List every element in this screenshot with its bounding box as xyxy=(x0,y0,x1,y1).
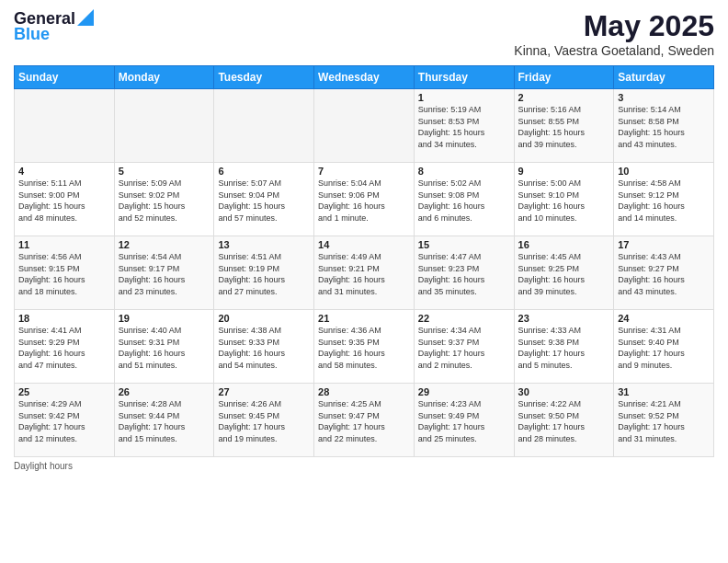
day-number: 25 xyxy=(18,386,110,397)
day-info: Sunrise: 5:16 AM Sunset: 8:55 PM Dayligh… xyxy=(518,104,610,150)
day-number: 4 xyxy=(18,166,110,177)
footer-note: Daylight hours xyxy=(14,461,714,471)
calendar-cell-w1-d1 xyxy=(15,89,115,163)
day-info: Sunrise: 5:19 AM Sunset: 8:53 PM Dayligh… xyxy=(418,104,510,150)
header: General Blue May 2025 Kinna, Vaestra Goe… xyxy=(14,9,714,58)
day-number: 26 xyxy=(119,386,210,397)
calendar-cell-w1-d2 xyxy=(114,89,214,163)
calendar-cell-w2-d7: 10Sunrise: 4:58 AM Sunset: 9:12 PM Dayli… xyxy=(614,163,714,236)
day-number: 22 xyxy=(418,313,510,324)
day-info: Sunrise: 4:28 AM Sunset: 9:44 PM Dayligh… xyxy=(119,398,210,444)
calendar-cell-w5-d4: 28Sunrise: 4:25 AM Sunset: 9:47 PM Dayli… xyxy=(314,384,415,457)
calendar-cell-w1-d3 xyxy=(214,89,314,163)
day-number: 17 xyxy=(618,239,710,250)
day-info: Sunrise: 5:07 AM Sunset: 9:04 PM Dayligh… xyxy=(218,178,310,224)
day-info: Sunrise: 4:45 AM Sunset: 9:25 PM Dayligh… xyxy=(518,251,610,297)
calendar-cell-w3-d4: 14Sunrise: 4:49 AM Sunset: 9:21 PM Dayli… xyxy=(314,236,415,310)
week-row-1: 1Sunrise: 5:19 AM Sunset: 8:53 PM Daylig… xyxy=(15,89,714,163)
calendar-cell-w4-d5: 22Sunrise: 4:34 AM Sunset: 9:37 PM Dayli… xyxy=(414,310,514,384)
day-number: 19 xyxy=(119,313,210,324)
calendar-cell-w4-d7: 24Sunrise: 4:31 AM Sunset: 9:40 PM Dayli… xyxy=(614,310,714,384)
day-number: 30 xyxy=(518,386,610,397)
calendar-header-row: SundayMondayTuesdayWednesdayThursdayFrid… xyxy=(15,66,714,89)
day-number: 16 xyxy=(518,239,610,250)
svg-marker-0 xyxy=(77,9,94,26)
calendar-cell-w1-d6: 2Sunrise: 5:16 AM Sunset: 8:55 PM Daylig… xyxy=(514,89,614,163)
title-block: May 2025 Kinna, Vaestra Goetaland, Swede… xyxy=(514,9,714,58)
calendar-cell-w4-d6: 23Sunrise: 4:33 AM Sunset: 9:38 PM Dayli… xyxy=(514,310,614,384)
header-day-thursday: Thursday xyxy=(414,66,514,89)
calendar-cell-w5-d3: 27Sunrise: 4:26 AM Sunset: 9:45 PM Dayli… xyxy=(214,384,314,457)
day-info: Sunrise: 4:33 AM Sunset: 9:38 PM Dayligh… xyxy=(518,325,610,371)
day-number: 6 xyxy=(218,166,310,177)
day-number: 21 xyxy=(318,313,410,324)
logo: General Blue xyxy=(14,9,94,44)
day-info: Sunrise: 4:40 AM Sunset: 9:31 PM Dayligh… xyxy=(119,325,210,371)
day-info: Sunrise: 4:49 AM Sunset: 9:21 PM Dayligh… xyxy=(318,251,410,297)
day-number: 5 xyxy=(119,166,210,177)
day-info: Sunrise: 4:58 AM Sunset: 9:12 PM Dayligh… xyxy=(618,178,710,224)
day-number: 13 xyxy=(218,239,310,250)
day-number: 15 xyxy=(418,239,510,250)
subtitle: Kinna, Vaestra Goetaland, Sweden xyxy=(514,43,714,58)
calendar-cell-w2-d5: 8Sunrise: 5:02 AM Sunset: 9:08 PM Daylig… xyxy=(414,163,514,236)
day-number: 14 xyxy=(318,239,410,250)
day-info: Sunrise: 4:43 AM Sunset: 9:27 PM Dayligh… xyxy=(618,251,710,297)
day-number: 1 xyxy=(418,92,510,103)
calendar-table: SundayMondayTuesdayWednesdayThursdayFrid… xyxy=(14,65,714,457)
header-day-wednesday: Wednesday xyxy=(314,66,415,89)
day-number: 28 xyxy=(318,386,410,397)
header-day-monday: Monday xyxy=(114,66,214,89)
week-row-5: 25Sunrise: 4:29 AM Sunset: 9:42 PM Dayli… xyxy=(15,384,714,457)
day-info: Sunrise: 4:41 AM Sunset: 9:29 PM Dayligh… xyxy=(18,325,110,371)
calendar-cell-w5-d6: 30Sunrise: 4:22 AM Sunset: 9:50 PM Dayli… xyxy=(514,384,614,457)
calendar-cell-w3-d6: 16Sunrise: 4:45 AM Sunset: 9:25 PM Dayli… xyxy=(514,236,614,310)
day-info: Sunrise: 5:09 AM Sunset: 9:02 PM Dayligh… xyxy=(119,178,210,224)
day-info: Sunrise: 5:04 AM Sunset: 9:06 PM Dayligh… xyxy=(318,178,410,224)
day-info: Sunrise: 4:23 AM Sunset: 9:49 PM Dayligh… xyxy=(418,398,510,444)
day-info: Sunrise: 4:29 AM Sunset: 9:42 PM Dayligh… xyxy=(18,398,110,444)
calendar-cell-w2-d3: 6Sunrise: 5:07 AM Sunset: 9:04 PM Daylig… xyxy=(214,163,314,236)
day-number: 29 xyxy=(418,386,510,397)
day-info: Sunrise: 5:11 AM Sunset: 9:00 PM Dayligh… xyxy=(18,178,110,224)
calendar-cell-w2-d6: 9Sunrise: 5:00 AM Sunset: 9:10 PM Daylig… xyxy=(514,163,614,236)
calendar-cell-w4-d3: 20Sunrise: 4:38 AM Sunset: 9:33 PM Dayli… xyxy=(214,310,314,384)
page: General Blue May 2025 Kinna, Vaestra Goe… xyxy=(0,0,728,563)
calendar-cell-w1-d5: 1Sunrise: 5:19 AM Sunset: 8:53 PM Daylig… xyxy=(414,89,514,163)
calendar-cell-w4-d2: 19Sunrise: 4:40 AM Sunset: 9:31 PM Dayli… xyxy=(114,310,214,384)
calendar-cell-w5-d2: 26Sunrise: 4:28 AM Sunset: 9:44 PM Dayli… xyxy=(114,384,214,457)
day-number: 8 xyxy=(418,166,510,177)
calendar-cell-w3-d2: 12Sunrise: 4:54 AM Sunset: 9:17 PM Dayli… xyxy=(114,236,214,310)
calendar-cell-w2-d2: 5Sunrise: 5:09 AM Sunset: 9:02 PM Daylig… xyxy=(114,163,214,236)
calendar-cell-w5-d5: 29Sunrise: 4:23 AM Sunset: 9:49 PM Dayli… xyxy=(414,384,514,457)
logo-blue: Blue xyxy=(14,25,50,44)
day-number: 31 xyxy=(618,386,710,397)
week-row-2: 4Sunrise: 5:11 AM Sunset: 9:00 PM Daylig… xyxy=(15,163,714,236)
day-info: Sunrise: 4:36 AM Sunset: 9:35 PM Dayligh… xyxy=(318,325,410,371)
day-number: 27 xyxy=(218,386,310,397)
calendar-cell-w5-d1: 25Sunrise: 4:29 AM Sunset: 9:42 PM Dayli… xyxy=(15,384,115,457)
day-number: 23 xyxy=(518,313,610,324)
day-info: Sunrise: 5:14 AM Sunset: 8:58 PM Dayligh… xyxy=(618,104,710,150)
calendar-cell-w2-d4: 7Sunrise: 5:04 AM Sunset: 9:06 PM Daylig… xyxy=(314,163,415,236)
header-day-friday: Friday xyxy=(514,66,614,89)
calendar-cell-w2-d1: 4Sunrise: 5:11 AM Sunset: 9:00 PM Daylig… xyxy=(15,163,115,236)
day-number: 10 xyxy=(618,166,710,177)
calendar-cell-w3-d7: 17Sunrise: 4:43 AM Sunset: 9:27 PM Dayli… xyxy=(614,236,714,310)
week-row-4: 18Sunrise: 4:41 AM Sunset: 9:29 PM Dayli… xyxy=(15,310,714,384)
day-number: 3 xyxy=(618,92,710,103)
day-number: 2 xyxy=(518,92,610,103)
day-info: Sunrise: 5:02 AM Sunset: 9:08 PM Dayligh… xyxy=(418,178,510,224)
day-info: Sunrise: 4:51 AM Sunset: 9:19 PM Dayligh… xyxy=(218,251,310,297)
day-info: Sunrise: 4:22 AM Sunset: 9:50 PM Dayligh… xyxy=(518,398,610,444)
day-info: Sunrise: 5:00 AM Sunset: 9:10 PM Dayligh… xyxy=(518,178,610,224)
day-info: Sunrise: 4:21 AM Sunset: 9:52 PM Dayligh… xyxy=(618,398,710,444)
header-day-saturday: Saturday xyxy=(614,66,714,89)
day-info: Sunrise: 4:38 AM Sunset: 9:33 PM Dayligh… xyxy=(218,325,310,371)
calendar-cell-w1-d4 xyxy=(314,89,415,163)
day-number: 12 xyxy=(119,239,210,250)
day-number: 18 xyxy=(18,313,110,324)
header-day-tuesday: Tuesday xyxy=(214,66,314,89)
day-info: Sunrise: 4:31 AM Sunset: 9:40 PM Dayligh… xyxy=(618,325,710,371)
day-info: Sunrise: 4:26 AM Sunset: 9:45 PM Dayligh… xyxy=(218,398,310,444)
